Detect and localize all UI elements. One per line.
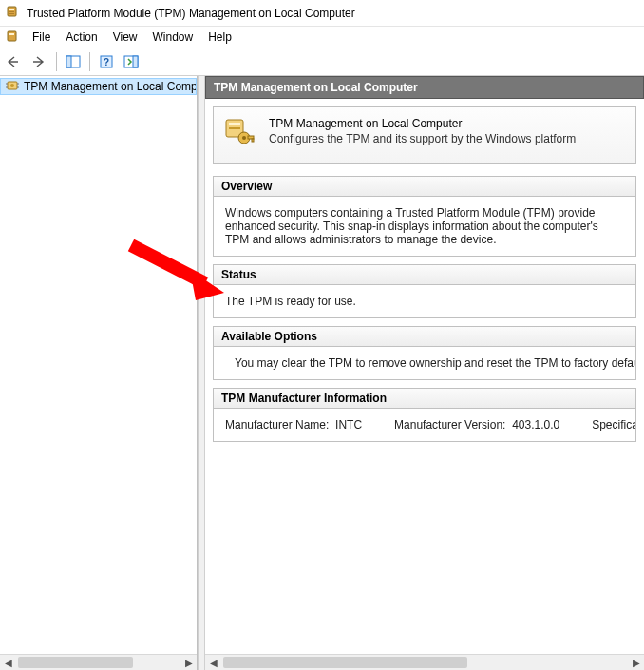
window-title: Trusted Platform Module (TPM) Management… — [27, 7, 355, 20]
menu-action[interactable]: Action — [58, 29, 104, 46]
menu-help[interactable]: Help — [200, 29, 239, 46]
svg-point-13 — [10, 84, 14, 87]
menu-window[interactable]: Window — [145, 29, 201, 46]
svg-rect-7 — [66, 56, 71, 67]
tree-pane: TPM Management on Local Comp ◀ ▶ — [0, 76, 198, 670]
titlebar: Trusted Platform Module (TPM) Management… — [0, 0, 644, 27]
section-body-options: You may clear the TPM to remove ownershi… — [214, 347, 635, 379]
section-header-overview: Overview — [214, 177, 635, 197]
tpm-key-icon — [223, 117, 256, 152]
section-status: Status The TPM is ready for use. — [213, 264, 636, 318]
forward-button[interactable] — [28, 50, 51, 73]
intro-subtitle: Configures the TPM and its support by th… — [269, 132, 576, 145]
scroll-right-icon[interactable]: ▶ — [180, 655, 197, 670]
tpm-chip-icon — [5, 79, 20, 95]
scroll-left-icon[interactable]: ◀ — [205, 655, 221, 670]
section-manufacturer: TPM Manufacturer Information Manufacture… — [213, 388, 636, 442]
menu-view[interactable]: View — [105, 29, 145, 46]
svg-rect-11 — [133, 56, 138, 67]
section-header-manufacturer: TPM Manufacturer Information — [214, 389, 635, 409]
menubar-app-icon — [6, 29, 21, 47]
tree-item-tpm-local[interactable]: TPM Management on Local Comp — [0, 78, 197, 95]
tpm-app-icon — [6, 4, 21, 22]
menubar: File Action View Window Help — [0, 27, 644, 48]
svg-rect-1 — [9, 9, 14, 10]
section-options: Available Options You may clear the TPM … — [213, 326, 636, 380]
left-horizontal-scrollbar[interactable]: ◀ ▶ — [0, 654, 197, 670]
section-body-status: The TPM is ready for use. — [214, 285, 635, 317]
section-overview: Overview Windows computers containing a … — [213, 176, 636, 257]
mfr-version-value: 403.1.0.0 — [512, 418, 559, 431]
svg-text:?: ? — [104, 57, 109, 67]
section-body-overview: Windows computers containing a Trusted P… — [214, 197, 635, 256]
svg-point-22 — [242, 136, 246, 140]
mfr-name-value: INTC — [335, 418, 362, 431]
show-hide-tree-button[interactable] — [62, 50, 85, 73]
svg-rect-3 — [9, 13, 14, 14]
toolbar: ? — [0, 48, 644, 76]
section-header-options: Available Options — [214, 327, 635, 347]
scroll-right-icon[interactable]: ▶ — [628, 655, 644, 670]
svg-rect-20 — [229, 127, 240, 129]
svg-rect-2 — [9, 11, 14, 12]
svg-rect-19 — [229, 123, 240, 125]
svg-rect-24 — [252, 139, 254, 142]
tree: TPM Management on Local Comp — [0, 76, 197, 654]
tree-item-label: TPM Management on Local Comp — [24, 80, 197, 93]
intro-title: TPM Management on Local Computer — [269, 117, 576, 130]
toolbar-separator — [56, 52, 57, 71]
svg-rect-5 — [9, 33, 14, 35]
menu-file[interactable]: File — [25, 29, 58, 46]
toolbar-separator — [89, 52, 90, 71]
back-button[interactable] — [4, 50, 27, 73]
mfr-name-label: Manufacturer Name: — [225, 418, 329, 431]
svg-rect-4 — [8, 31, 16, 41]
section-header-status: Status — [214, 265, 635, 285]
scroll-left-icon[interactable]: ◀ — [0, 655, 16, 670]
right-horizontal-scrollbar[interactable]: ◀ ▶ — [205, 654, 644, 670]
pane-header: TPM Management on Local Computer — [205, 76, 644, 99]
section-body-manufacturer: Manufacturer Name: INTC Manufacturer Ver… — [214, 409, 635, 441]
help-button[interactable]: ? — [95, 50, 118, 73]
show-hide-action-pane-button[interactable] — [120, 50, 142, 73]
detail-pane: TPM Management on Local Computer TPM Man… — [205, 76, 644, 670]
pane-splitter[interactable] — [198, 76, 205, 670]
mfr-version-label: Manufacturer Version: — [394, 418, 505, 431]
intro-box: TPM Management on Local Computer Configu… — [213, 106, 636, 164]
content-area: TPM Management on Local Comp ◀ ▶ TPM Man… — [0, 76, 644, 670]
mfr-spec-label: Specification Ver — [592, 418, 635, 431]
